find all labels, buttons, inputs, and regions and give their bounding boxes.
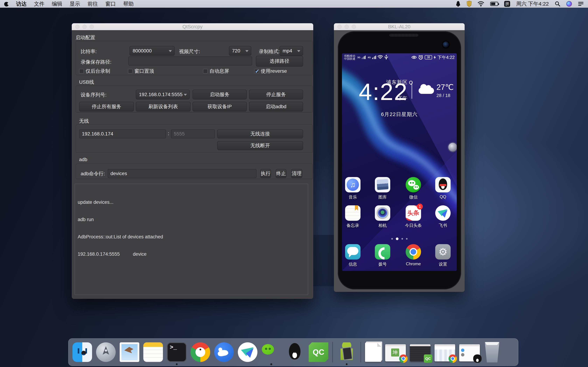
wireless-disconnect-button[interactable]: 无线断开 bbox=[217, 141, 303, 150]
security-shield-icon[interactable] bbox=[467, 1, 472, 7]
dock-minimized-qtscrcpy-window[interactable]: QC bbox=[410, 344, 431, 361]
input-method-icon[interactable]: 拼 bbox=[504, 1, 510, 7]
get-device-ip-button[interactable]: 获取设备IP bbox=[192, 102, 247, 111]
battery-status-icon: 38 bbox=[425, 55, 432, 59]
wechat-icon[interactable] bbox=[406, 177, 421, 192]
dock-minimized-qq-window[interactable] bbox=[459, 344, 480, 361]
notification-center-icon[interactable] bbox=[578, 1, 584, 6]
wifi-icon[interactable] bbox=[478, 1, 484, 7]
dock-item-notes[interactable] bbox=[143, 342, 163, 362]
video-size-combo[interactable]: 720 bbox=[229, 46, 251, 56]
menu-window[interactable]: 窗口 bbox=[105, 0, 116, 8]
zoom-button[interactable] bbox=[352, 25, 356, 29]
close-button[interactable] bbox=[337, 25, 342, 29]
gallery-icon[interactable] bbox=[375, 177, 390, 192]
notes-icon[interactable] bbox=[345, 205, 361, 221]
checkbox-use-reverse[interactable]: 使用reverse bbox=[254, 68, 287, 75]
menu-view[interactable]: 显示 bbox=[70, 0, 80, 8]
minimize-button[interactable] bbox=[345, 25, 349, 29]
dock-item-document-stack[interactable] bbox=[365, 343, 381, 362]
dock-item-wechat[interactable] bbox=[261, 342, 281, 362]
menu-clock[interactable]: 周六 下午4:22 bbox=[516, 0, 549, 8]
record-path-input[interactable] bbox=[128, 57, 252, 66]
adb-cmd-input[interactable] bbox=[108, 169, 257, 178]
menu-app-name[interactable]: 访达 bbox=[16, 0, 26, 8]
video-size-label: 视频尺寸: bbox=[179, 48, 200, 55]
dock-item-launchpad[interactable] bbox=[96, 342, 116, 362]
log-output[interactable]: update devices... adb run AdbProcess::ou… bbox=[75, 184, 308, 295]
close-button[interactable] bbox=[75, 25, 79, 29]
dock-item-seal-app[interactable] bbox=[214, 342, 234, 362]
battery-icon[interactable] bbox=[490, 2, 498, 6]
stop-service-button[interactable]: 停止服务 bbox=[249, 90, 303, 100]
dock-item-trash[interactable] bbox=[484, 341, 500, 362]
wireless-ip-input[interactable] bbox=[79, 129, 166, 138]
dock-item-qtscrcpy[interactable]: QC bbox=[309, 342, 328, 362]
adb-kill-button[interactable]: 终止 bbox=[276, 169, 286, 178]
menu-help[interactable]: 帮助 bbox=[123, 0, 134, 8]
adb-clear-button[interactable]: 清理 bbox=[291, 169, 302, 178]
menu-go[interactable]: 前往 bbox=[87, 0, 98, 8]
app-camera[interactable]: 相机 bbox=[372, 205, 393, 228]
adb-run-button[interactable]: 执行 bbox=[260, 169, 271, 178]
dock-item-mail[interactable] bbox=[120, 342, 139, 362]
dock-item-chrome[interactable] bbox=[190, 342, 210, 362]
qtscrcpy-titlebar[interactable]: QtScrcpy bbox=[72, 23, 313, 30]
dock-minimized-browser-window[interactable] bbox=[434, 344, 455, 361]
checkbox-box[interactable] bbox=[203, 69, 208, 74]
app-settings[interactable]: 设置 bbox=[432, 244, 453, 267]
menu-edit[interactable]: 编辑 bbox=[52, 0, 62, 8]
zoom-button[interactable] bbox=[90, 25, 94, 29]
record-format-combo[interactable]: mp4 bbox=[279, 46, 303, 56]
dock-item-feishu[interactable] bbox=[238, 342, 257, 362]
app-qq[interactable]: QQ bbox=[432, 177, 453, 199]
start-adbd-button[interactable]: 启动adbd bbox=[249, 102, 303, 111]
dock-minimized-chrome-window[interactable]: 坤 bbox=[385, 344, 406, 361]
minimize-button[interactable] bbox=[82, 25, 87, 29]
app-dialer[interactable]: 拨号 bbox=[372, 244, 393, 267]
menu-file[interactable]: 文件 bbox=[34, 0, 44, 8]
app-notes[interactable]: 备忘录 bbox=[342, 205, 363, 228]
serial-combo[interactable]: 192.168.0.174:5555 bbox=[136, 90, 190, 100]
dock-item-finder[interactable] bbox=[72, 342, 92, 362]
checkbox-window-topmost[interactable]: 窗口置顶 bbox=[128, 68, 154, 75]
camera-icon[interactable] bbox=[375, 205, 390, 221]
app-chrome[interactable]: Chrome bbox=[403, 244, 424, 266]
checkbox-box[interactable] bbox=[79, 69, 84, 74]
qq-status-icon[interactable] bbox=[456, 1, 461, 7]
app-feishu[interactable]: 飞书 bbox=[432, 205, 453, 228]
choose-path-button[interactable]: 选择路径 bbox=[256, 56, 303, 67]
feishu-icon[interactable] bbox=[435, 205, 451, 221]
dialer-icon[interactable] bbox=[375, 244, 390, 259]
floating-ball[interactable] bbox=[448, 143, 457, 151]
phone-titlebar[interactable]: BKL-AL20 bbox=[334, 23, 465, 30]
app-gallery[interactable]: 图库 bbox=[372, 177, 393, 200]
app-messages[interactable]: 信息 bbox=[342, 244, 363, 267]
app-music[interactable]: 音乐 bbox=[342, 177, 363, 200]
start-service-button[interactable]: 启动服务 bbox=[192, 90, 247, 100]
refresh-device-list-button[interactable]: 刷新设备列表 bbox=[136, 102, 190, 111]
wireless-port-input[interactable] bbox=[171, 129, 215, 138]
toutiao-icon[interactable]: 头条 1 bbox=[406, 205, 421, 221]
messages-icon[interactable] bbox=[345, 244, 361, 259]
checkbox-auto-screen-off[interactable]: 自动息屏 bbox=[203, 68, 229, 75]
dock-item-terminal[interactable] bbox=[167, 342, 187, 362]
siri-icon[interactable] bbox=[566, 1, 572, 7]
app-toutiao[interactable]: 头条 1 今日头条 bbox=[403, 205, 424, 228]
qq-icon[interactable] bbox=[435, 177, 451, 192]
bitrate-combo[interactable]: 8000000 bbox=[130, 46, 175, 56]
dock-item-qq[interactable] bbox=[285, 342, 305, 362]
checkbox-background-record[interactable]: 仅后台录制 bbox=[79, 68, 110, 75]
app-wechat[interactable]: 微信 bbox=[403, 177, 424, 200]
dock-item-android-scrcpy[interactable] bbox=[337, 342, 356, 362]
checkbox-box[interactable] bbox=[128, 69, 133, 74]
apple-menu-icon[interactable] bbox=[4, 1, 9, 7]
settings-gear-icon[interactable] bbox=[435, 244, 451, 259]
stop-all-services-button[interactable]: 停止所有服务 bbox=[79, 102, 134, 111]
phone-screen[interactable]: 优酷移动 中国联通 3G 4G bbox=[342, 53, 457, 271]
music-icon[interactable] bbox=[345, 177, 361, 192]
wireless-connect-button[interactable]: 无线连接 bbox=[217, 129, 303, 138]
checkbox-box-checked[interactable] bbox=[254, 69, 259, 74]
spotlight-search-icon[interactable] bbox=[555, 1, 560, 7]
chrome-icon[interactable] bbox=[406, 244, 421, 259]
